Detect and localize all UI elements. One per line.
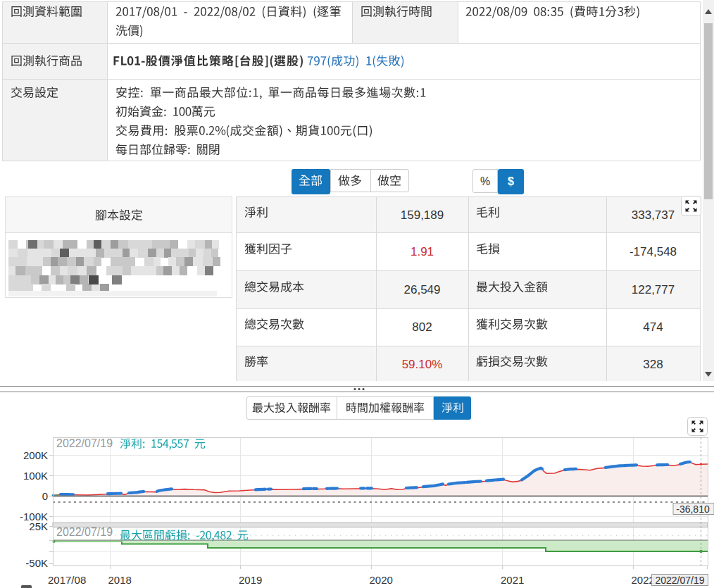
svg-text:-50K: -50K: [25, 557, 48, 569]
svg-text:25K: 25K: [29, 520, 48, 532]
svg-text:2022/07/19: 2022/07/19: [56, 526, 113, 538]
svg-text:2022/07/19: 2022/07/19: [655, 575, 704, 586]
svg-text:2020: 2020: [370, 574, 393, 586]
svg-text:100K: 100K: [23, 470, 48, 482]
svg-text:2022: 2022: [632, 574, 655, 586]
svg-text:2017/08: 2017/08: [48, 574, 86, 586]
svg-text:200K: 200K: [23, 449, 48, 461]
svg-text:2018: 2018: [108, 574, 132, 586]
svg-text:-36,810: -36,810: [676, 503, 710, 515]
svg-text:0: 0: [42, 490, 48, 502]
svg-text:2019: 2019: [239, 574, 262, 586]
svg-text:2021: 2021: [501, 574, 524, 586]
svg-text:2022/07/19: 2022/07/19: [56, 437, 113, 449]
